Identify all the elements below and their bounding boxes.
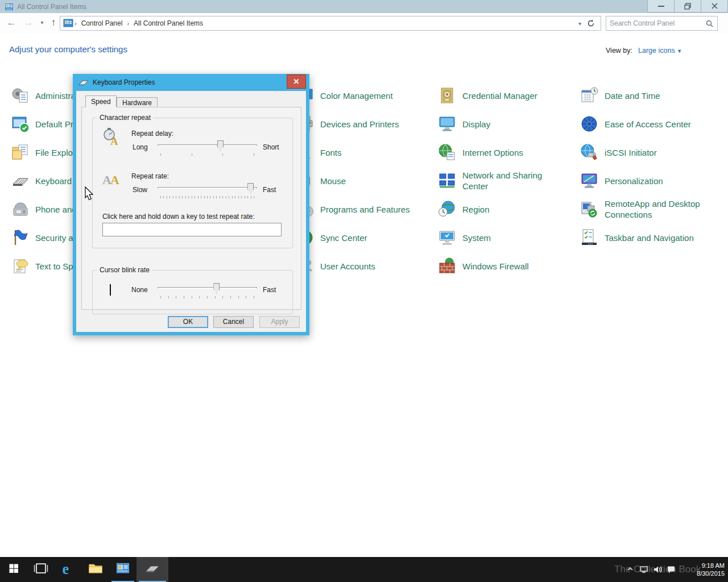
cp-item-personalization[interactable]: Personalization [580, 167, 712, 195]
address-bar[interactable]: › Control Panel › All Control Panel Item… [60, 16, 601, 31]
slider-tick [160, 296, 161, 298]
cp-item-credential-manager[interactable]: Credential Manager [438, 81, 549, 110]
tab-hardware[interactable]: Hardware [117, 97, 158, 107]
slider-tick [232, 196, 233, 198]
cp-item-label: Programs and Features [320, 204, 410, 215]
internet-options-icon [438, 143, 456, 161]
slider-track[interactable] [158, 144, 257, 146]
taskbar-button-task-view[interactable] [27, 557, 55, 582]
slider-thumb[interactable] [247, 183, 254, 194]
cp-item-iscsi-initiator[interactable]: iSCSI Initiator [580, 138, 712, 167]
slider-tick [207, 196, 208, 198]
cp-item-taskbar-and-navigation[interactable]: Taskbar and Navigation [580, 223, 712, 252]
tab-speed[interactable]: Speed [85, 95, 117, 107]
taskbar-clock[interactable]: 9:18 AM 8/30/2015 [697, 557, 725, 582]
slider-tick [222, 196, 223, 198]
slider-tick [163, 196, 164, 198]
date-time-icon [580, 86, 598, 105]
cp-item-internet-options[interactable]: Internet Options [438, 138, 549, 167]
cp-item-label: System [462, 232, 491, 243]
cp-item-label: Taskbar and Navigation [605, 232, 694, 243]
volume-icon[interactable] [651, 563, 664, 576]
dialog-close-button[interactable]: ✕ [287, 74, 306, 89]
file-explorer-icon [88, 560, 104, 579]
slider-tick [245, 196, 245, 198]
taskbar-button-file-explorer[interactable] [82, 557, 109, 582]
taskbar-button-edge[interactable]: e [55, 557, 82, 582]
taskbar-button-start[interactable] [0, 557, 27, 582]
repeat-test-input[interactable] [102, 223, 282, 236]
cp-item-color-management[interactable]: Color Management [296, 81, 428, 110]
repeat-delay-icon: A [102, 126, 122, 150]
repeat-delay-slider[interactable] [158, 140, 257, 157]
close-button[interactable] [701, 0, 728, 13]
cp-item-label: Sync Center [320, 232, 367, 243]
slider-tick [201, 196, 201, 198]
iscsi-icon [580, 143, 598, 161]
cp-item-label: Credential Manager [462, 90, 537, 101]
apply-button[interactable]: Apply [259, 316, 300, 328]
cp-item-label: Personalization [605, 176, 663, 186]
cp-item-fonts[interactable]: AFonts [296, 138, 428, 167]
slider-tick [241, 196, 242, 198]
cp-item-sync-center[interactable]: Sync Center [296, 223, 428, 252]
cursor-blink-min-label: None [131, 286, 148, 294]
slider-tick [188, 196, 189, 198]
ok-button[interactable]: OK [168, 316, 208, 328]
cp-item-network-and-sharing-center[interactable]: Network and Sharing Center [438, 167, 549, 195]
cp-item-ease-of-access-center[interactable]: Ease of Access Center [580, 110, 712, 138]
cp-item-programs-and-features[interactable]: Programs and Features [296, 195, 428, 223]
chevron-up-icon[interactable] [624, 563, 636, 576]
cp-item-user-accounts[interactable]: User Accounts [296, 252, 428, 280]
slider-tick [207, 296, 208, 298]
cp-item-devices-and-printers[interactable]: Devices and Printers [296, 110, 428, 138]
keyboard-dialog-icon [78, 79, 89, 86]
slider-tick [238, 296, 239, 298]
breadcrumb-control-panel[interactable]: Control Panel [78, 19, 126, 27]
dialog-titlebar: Keyboard Properties [73, 74, 309, 91]
view-by-value[interactable]: Large icons [638, 47, 675, 55]
keyboard-task-icon [144, 560, 160, 579]
slider-tick [222, 296, 223, 298]
refresh-icon[interactable] [586, 19, 601, 27]
view-by-dropdown-icon[interactable]: ▼ [677, 48, 682, 54]
system-tray [623, 557, 678, 582]
address-dropdown-icon[interactable]: ▾ [574, 20, 586, 27]
taskbar-button-keyboard-properties[interactable] [136, 557, 168, 582]
cp-item-system[interactable]: System [438, 223, 549, 252]
breadcrumb-all-items[interactable]: All Control Panel Items [130, 19, 206, 27]
search-input[interactable] [606, 19, 701, 27]
cp-item-mouse[interactable]: Mouse [296, 167, 428, 195]
forward-button[interactable]: → [22, 16, 35, 30]
cp-item-region[interactable]: Region [438, 195, 549, 223]
action-center-icon[interactable] [665, 563, 677, 576]
slider-tick [254, 196, 254, 198]
restore-button[interactable] [674, 0, 701, 13]
cp-item-date-and-time[interactable]: Date and Time [580, 81, 712, 110]
cp-item-label: Fonts [320, 147, 342, 158]
back-button[interactable]: ← [5, 16, 18, 30]
slider-track[interactable] [158, 187, 257, 189]
slider-track[interactable] [158, 287, 257, 289]
cp-item-display[interactable]: Display [438, 110, 549, 138]
security-maintenance-icon [11, 228, 30, 247]
search-icon[interactable] [701, 20, 718, 27]
cp-item-remoteapp-and-desktop-connections[interactable]: RemoteApp and Desktop Connections [580, 195, 712, 223]
cp-item-label: Region [462, 204, 490, 215]
slider-thumb[interactable] [217, 140, 224, 151]
slider-tick [179, 196, 180, 198]
cp-item-label: Devices and Printers [320, 119, 399, 130]
cp-item-windows-firewall[interactable]: Windows Firewall [438, 252, 549, 280]
admin-tools-icon [11, 86, 30, 105]
repeat-delay-max-label: Short [263, 143, 279, 151]
cursor-blink-slider[interactable] [158, 282, 257, 300]
up-button[interactable]: ↑ [47, 16, 60, 30]
minimize-button[interactable] [647, 0, 675, 13]
network-icon[interactable] [638, 563, 650, 576]
repeat-rate-slider[interactable] [158, 182, 257, 199]
cancel-button[interactable]: Cancel [213, 316, 254, 328]
cp-item-label: Windows Firewall [462, 261, 529, 272]
slider-tick [238, 196, 239, 198]
taskbar-button-control-panel[interactable] [109, 557, 136, 582]
slider-thumb[interactable] [213, 283, 220, 294]
